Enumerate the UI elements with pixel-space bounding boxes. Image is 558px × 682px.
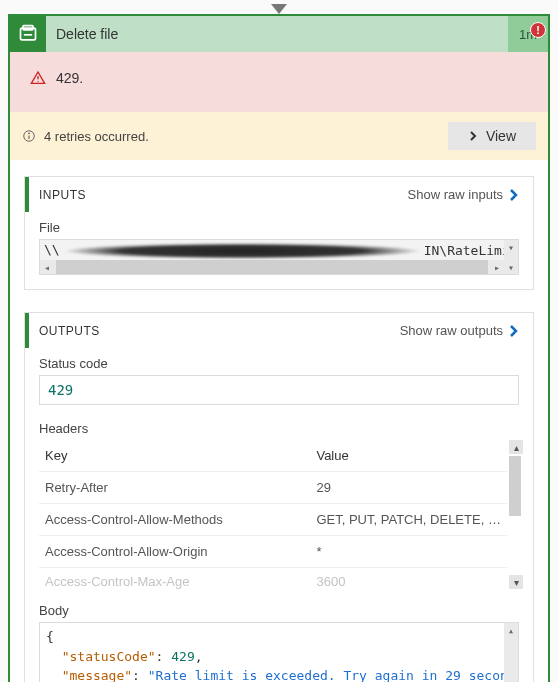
json-line: {: [46, 627, 512, 647]
header-col-value: Value: [310, 440, 507, 472]
redacted-path-segment: [62, 243, 422, 259]
card-content: INPUTS Show raw inputs File \\IN\RateLim…: [10, 160, 548, 682]
body-json-box[interactable]: { "statusCode": 429, "message": "Rate li…: [39, 622, 519, 682]
header-value: GET, PUT, PATCH, DELETE, P...: [310, 504, 507, 536]
connector-icon: [10, 16, 46, 52]
table-row: Access-Control-Allow-Methods GET, PUT, P…: [39, 504, 507, 536]
scroll-up-icon[interactable]: ▴: [509, 440, 523, 454]
table-row: Retry-After 29: [39, 472, 507, 504]
scroll-track[interactable]: [509, 516, 523, 575]
horizontal-scrollbar[interactable]: ◂ ▸: [40, 260, 504, 274]
status-code-label: Status code: [39, 356, 519, 371]
svg-point-7: [28, 133, 29, 134]
outputs-body: Status code 429 Headers Key Value: [25, 348, 533, 682]
error-banner: 429.: [10, 52, 548, 112]
table-header-row: Key Value: [39, 440, 507, 472]
header-value: 29: [310, 472, 507, 504]
raw-outputs-label: Show raw outputs: [400, 323, 503, 338]
card-title: Delete file: [56, 26, 118, 42]
scroll-thumb[interactable]: [509, 456, 521, 516]
scroll-down-icon[interactable]: ▾: [509, 575, 523, 589]
retries-text: 4 retries occurred.: [44, 129, 149, 144]
error-code-text: 429.: [56, 70, 83, 86]
header-key: Access-Control-Allow-Methods: [39, 504, 310, 536]
vertical-scrollbar[interactable]: ▴ ▾: [509, 440, 523, 589]
file-path-suffix: IN\RateLimi: [424, 243, 510, 258]
body-label: Body: [39, 603, 519, 618]
error-count-badge: !: [530, 22, 546, 38]
scroll-left-icon[interactable]: ◂: [40, 260, 54, 274]
show-raw-inputs-link[interactable]: Show raw inputs: [408, 187, 519, 202]
flow-arrow-down-icon: [271, 4, 287, 14]
inputs-body: File \\IN\RateLimi ◂ ▸ ▾ ▾: [25, 212, 533, 289]
inputs-header: INPUTS Show raw inputs: [25, 177, 533, 212]
card-header[interactable]: Delete file 1m !: [10, 16, 548, 52]
inputs-title: INPUTS: [39, 188, 86, 202]
json-line: "statusCode": 429,: [46, 647, 512, 667]
vertical-scrollbar[interactable]: ▴ ▾: [504, 623, 518, 682]
show-raw-outputs-link[interactable]: Show raw outputs: [400, 323, 519, 338]
chevron-right-icon: [468, 131, 478, 141]
svg-point-4: [37, 81, 38, 82]
header-value: 3600: [310, 568, 507, 590]
file-system-icon: [18, 24, 38, 44]
info-icon: [22, 129, 36, 143]
headers-label: Headers: [39, 421, 519, 436]
action-card: Delete file 1m ! 429. 4 retries occurred…: [8, 14, 550, 682]
file-path-value[interactable]: \\IN\RateLimi ◂ ▸ ▾ ▾: [39, 239, 519, 275]
outputs-header: OUTPUTS Show raw outputs: [25, 313, 533, 348]
header-col-key: Key: [39, 440, 310, 472]
view-retries-button[interactable]: View: [448, 122, 536, 150]
outputs-title: OUTPUTS: [39, 324, 100, 338]
headers-table: Key Value Retry-After 29 Access-Control-…: [39, 440, 507, 589]
inputs-panel: INPUTS Show raw inputs File \\IN\RateLim…: [24, 176, 534, 290]
status-code-value[interactable]: 429: [39, 375, 519, 405]
scroll-down-icon[interactable]: ▾: [504, 260, 518, 274]
view-button-label: View: [486, 128, 516, 144]
scroll-thumb[interactable]: [56, 260, 488, 274]
header-key: Access-Control-Allow-Origin: [39, 536, 310, 568]
header-key: Access-Control-Max-Age: [39, 568, 310, 590]
scroll-up-icon[interactable]: ▾: [504, 240, 518, 254]
raw-inputs-label: Show raw inputs: [408, 187, 503, 202]
table-row: Access-Control-Max-Age 3600: [39, 568, 507, 590]
header-key: Retry-After: [39, 472, 310, 504]
scroll-right-icon[interactable]: ▸: [490, 260, 504, 274]
scroll-up-icon[interactable]: ▴: [504, 623, 518, 637]
json-line: "message": "Rate limit is exceeded. Try …: [46, 666, 512, 682]
chevron-right-icon: [509, 188, 519, 202]
header-value: *: [310, 536, 507, 568]
chevron-right-icon: [509, 324, 519, 338]
file-field-label: File: [39, 220, 519, 235]
outputs-panel: OUTPUTS Show raw outputs Status code 429…: [24, 312, 534, 682]
warning-triangle-icon: [30, 70, 46, 86]
vertical-scrollbar[interactable]: ▾ ▾: [504, 240, 518, 274]
headers-table-wrap: Key Value Retry-After 29 Access-Control-…: [39, 440, 519, 589]
file-path-prefix: \\: [44, 242, 60, 257]
retries-banner: 4 retries occurred. View: [10, 112, 548, 160]
table-row: Access-Control-Allow-Origin *: [39, 536, 507, 568]
